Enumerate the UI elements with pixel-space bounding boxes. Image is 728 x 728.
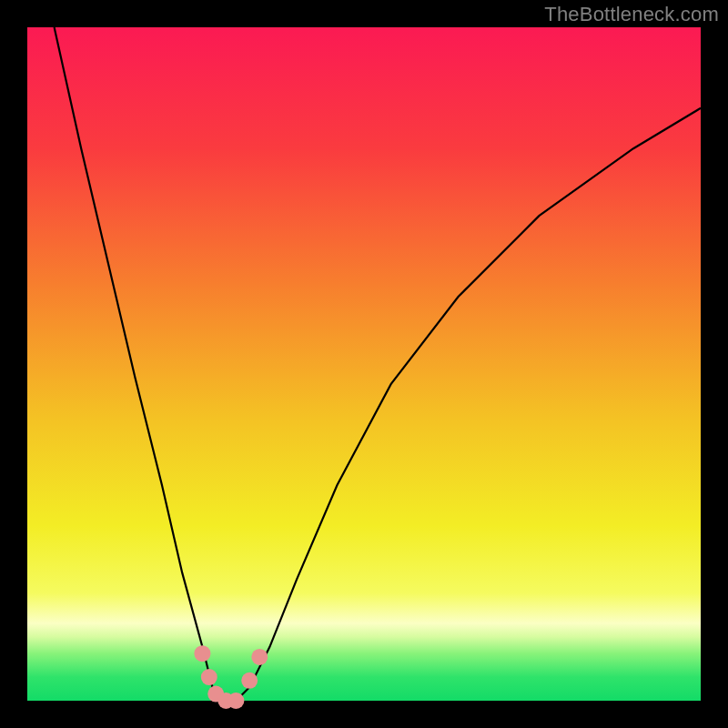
highlight-dot — [228, 693, 244, 709]
chart-frame: TheBottleneck.com — [0, 0, 728, 728]
plot-background — [27, 27, 701, 701]
bottleneck-chart — [0, 0, 728, 728]
highlight-dot — [241, 672, 258, 689]
watermark-text: TheBottleneck.com — [544, 3, 719, 26]
highlight-dot — [251, 649, 268, 665]
highlight-dot — [194, 645, 210, 662]
highlight-dot — [201, 669, 217, 685]
